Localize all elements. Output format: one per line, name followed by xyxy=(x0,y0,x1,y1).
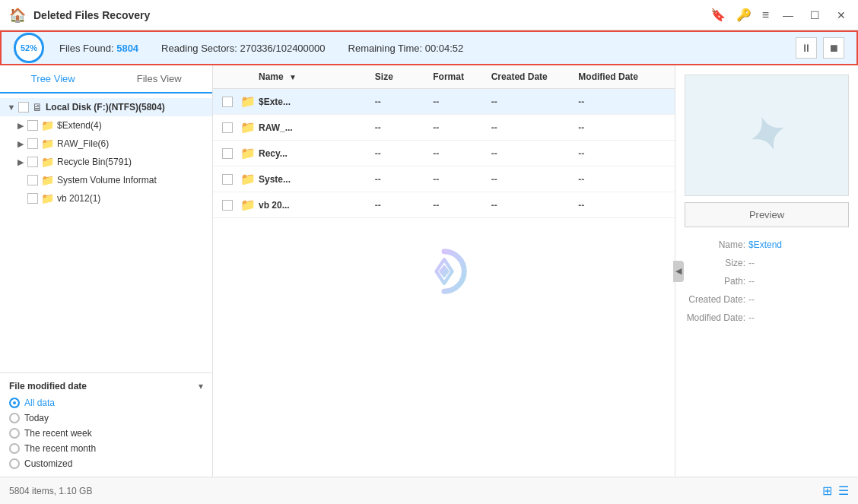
row-size-4: -- xyxy=(375,200,433,211)
table-row[interactable]: 📁 $Exte... -- -- -- -- xyxy=(213,89,675,115)
reading-sectors: Reading Sectors: 270336/102400000 xyxy=(161,43,325,54)
table-row[interactable]: 📁 vb 20... -- -- -- -- xyxy=(213,192,675,218)
bookmark-icon[interactable]: 🔖 xyxy=(710,8,726,22)
filter-label-recent-week: The recent week xyxy=(24,428,92,439)
status-icons: ⊞ ☰ xyxy=(822,483,849,498)
table-row[interactable]: 📁 RAW_... -- -- -- -- xyxy=(213,115,675,141)
preview-panel: ✦ Preview Name: $Extend Size: -- Path: -… xyxy=(675,65,858,477)
row-format-0: -- xyxy=(433,97,491,107)
tree-item-root[interactable]: ▼ 🖥 Local Disk (F:)(NTFS)(5804) xyxy=(0,98,212,116)
row-created-4: -- xyxy=(491,200,579,211)
header-format[interactable]: Format xyxy=(433,71,491,82)
filter-section: File modified date ▾ All data Today The … xyxy=(0,372,212,477)
meta-size-row: Size: -- xyxy=(685,258,849,268)
expander-raw[interactable]: ▶ xyxy=(15,138,26,149)
tree-label-recycle: Recycle Bin(5791) xyxy=(57,157,132,167)
row-checkbox-2[interactable] xyxy=(222,148,233,159)
meta-created-label: Created Date: xyxy=(685,294,745,305)
filter-today[interactable]: Today xyxy=(9,413,203,423)
filter-title: File modified date xyxy=(9,381,87,391)
header-modified[interactable]: Modified Date xyxy=(578,71,666,82)
row-checkbox-3[interactable] xyxy=(222,174,233,185)
tree-item-recycle[interactable]: ▶ 📁 Recycle Bin(5791) xyxy=(0,153,212,171)
row-modified-1: -- xyxy=(578,122,666,133)
sort-icon: ▼ xyxy=(289,73,297,81)
row-size-2: -- xyxy=(375,148,433,159)
filter-chevron-icon: ▾ xyxy=(199,381,203,391)
checkbox-extend[interactable] xyxy=(27,120,38,131)
tab-files-view[interactable]: Files View xyxy=(106,65,213,94)
row-format-2: -- xyxy=(433,148,491,159)
home-icon[interactable]: 🏠 xyxy=(9,7,26,24)
filter-header[interactable]: File modified date ▾ xyxy=(9,381,203,391)
folder-icon-extend: 📁 xyxy=(41,119,54,132)
row-checkbox-1[interactable] xyxy=(222,122,233,133)
filter-customized[interactable]: Customized xyxy=(9,458,203,469)
radio-today[interactable] xyxy=(9,413,20,423)
checkbox-recycle[interactable] xyxy=(27,157,38,167)
tree-item-extend[interactable]: ▶ 📁 $Extend(4) xyxy=(0,116,212,135)
tabs: Tree View Files View xyxy=(0,65,212,94)
checkbox-sysvolume[interactable] xyxy=(27,175,38,185)
pause-button[interactable]: ⏸ xyxy=(796,37,817,59)
preview-button[interactable]: Preview xyxy=(685,202,849,227)
key-icon[interactable]: 🔑 xyxy=(736,8,752,22)
filter-recent-week[interactable]: The recent week xyxy=(9,428,203,439)
meta-created-value: -- xyxy=(748,294,755,305)
checkbox-root[interactable] xyxy=(18,102,29,113)
menu-icon[interactable]: ≡ xyxy=(762,8,769,22)
tree-item-sysvolume[interactable]: 📁 System Volume Informat xyxy=(0,171,212,189)
status-text: 5804 items, 1.10 GB xyxy=(9,486,92,496)
table-row[interactable]: 📁 Recy... -- -- -- -- xyxy=(213,141,675,166)
row-checkbox-4[interactable] xyxy=(222,200,233,211)
filter-options: All data Today The recent week The recen… xyxy=(9,398,203,469)
meta-name-label: Name: xyxy=(685,239,745,250)
row-name-1: RAW_... xyxy=(259,122,375,133)
expander-root[interactable]: ▼ xyxy=(6,102,17,113)
row-checkbox-0[interactable] xyxy=(222,97,233,107)
expander-vb2012 xyxy=(15,193,26,204)
maximize-button[interactable]: ☐ xyxy=(807,9,823,21)
app-title: Deleted Files Recovery xyxy=(33,9,703,21)
remaining-time: Remaining Time: 00:04:52 xyxy=(348,43,464,54)
scan-percent-badge: 52% xyxy=(14,33,44,63)
checkbox-vb2012[interactable] xyxy=(27,193,38,204)
header-name[interactable]: Name ▼ xyxy=(259,71,375,82)
grid-view-icon[interactable]: ⊞ xyxy=(822,483,832,498)
tree-view: ▼ 🖥 Local Disk (F:)(NTFS)(5804) ▶ 📁 $Ext… xyxy=(0,94,212,372)
header-size[interactable]: Size xyxy=(375,71,433,82)
radio-customized[interactable] xyxy=(9,458,20,469)
row-modified-2: -- xyxy=(578,148,666,159)
expander-recycle[interactable]: ▶ xyxy=(15,157,26,167)
panel-toggle-button[interactable]: ◀ xyxy=(673,261,684,282)
folder-icon-raw: 📁 xyxy=(41,138,54,150)
radio-recent-month[interactable] xyxy=(9,443,20,454)
folder-icon-row-4: 📁 xyxy=(240,198,256,211)
filter-label-customized: Customized xyxy=(24,458,72,469)
spinner-icon xyxy=(418,245,471,298)
filter-recent-month[interactable]: The recent month xyxy=(9,443,203,454)
expander-extend[interactable]: ▶ xyxy=(15,120,26,131)
radio-all-data[interactable] xyxy=(9,398,20,408)
tree-item-vb2012[interactable]: 📁 vb 2012(1) xyxy=(0,189,212,208)
table-row[interactable]: 📁 Syste... -- -- -- -- xyxy=(213,166,675,192)
minimize-button[interactable]: — xyxy=(780,9,796,21)
meta-modified-label: Modified Date: xyxy=(685,312,745,323)
row-format-3: -- xyxy=(433,174,491,185)
preview-image-box: ✦ xyxy=(685,74,849,196)
meta-created-row: Created Date: -- xyxy=(685,294,849,305)
tree-item-raw[interactable]: ▶ 📁 RAW_File(6) xyxy=(0,135,212,153)
tree-label-root: Local Disk (F:)(NTFS)(5804) xyxy=(46,102,165,113)
close-button[interactable]: ✕ xyxy=(834,9,849,21)
meta-path-row: Path: -- xyxy=(685,276,849,287)
checkbox-raw[interactable] xyxy=(27,138,38,149)
tab-tree-view[interactable]: Tree View xyxy=(0,65,106,94)
meta-name-row: Name: $Extend xyxy=(685,239,849,250)
filter-all-data[interactable]: All data xyxy=(9,398,203,408)
header-created[interactable]: Created Date xyxy=(491,71,579,82)
radio-recent-week[interactable] xyxy=(9,428,20,439)
list-view-icon[interactable]: ☰ xyxy=(838,483,849,498)
stop-button[interactable]: ⏹ xyxy=(823,37,844,59)
meta-modified-row: Modified Date: -- xyxy=(685,312,849,323)
row-created-3: -- xyxy=(491,174,579,185)
